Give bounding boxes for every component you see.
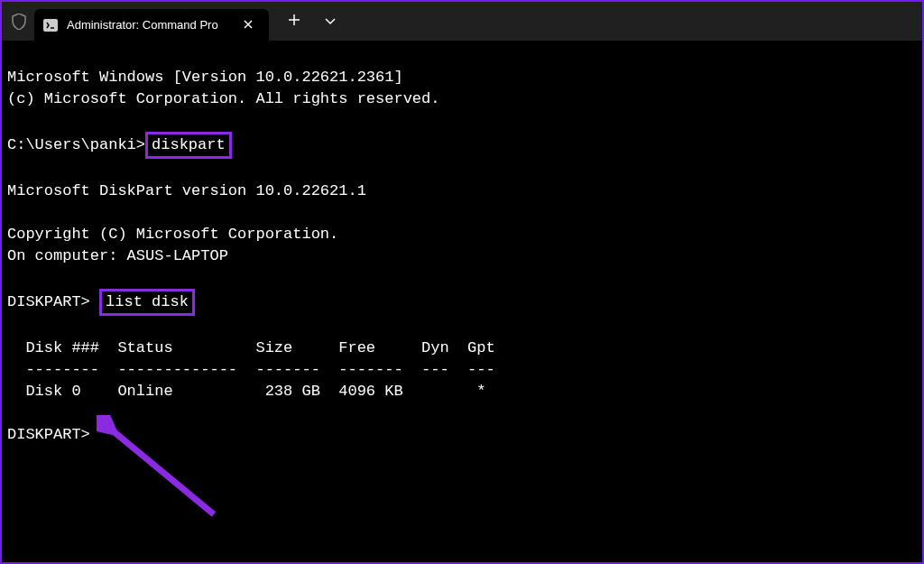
table-row: Disk 0 Online 238 GB 4096 KB *	[7, 383, 486, 400]
title-bar: Administrator: Command Pro	[2, 2, 922, 42]
shield-icon	[11, 14, 27, 30]
prompt-prefix: DISKPART>	[7, 293, 99, 310]
command-highlight: diskpart	[145, 132, 232, 159]
new-tab-button[interactable]	[276, 6, 312, 37]
output-line: (c) Microsoft Corporation. All rights re…	[7, 90, 439, 107]
table-divider: -------- ------------- ------- ------- -…	[7, 361, 495, 378]
output-line: Microsoft DiskPart version 10.0.22621.1	[7, 182, 366, 199]
cmd-icon	[43, 19, 58, 32]
output-line: Microsoft Windows [Version 10.0.22621.23…	[7, 69, 403, 86]
tab-dropdown-button[interactable]	[312, 6, 348, 37]
command-highlight: list disk	[99, 289, 195, 316]
table-header: Disk ### Status Size Free Dyn Gpt	[7, 339, 495, 356]
active-tab[interactable]: Administrator: Command Pro	[34, 9, 269, 42]
prompt-prefix: DISKPART>	[7, 426, 90, 443]
close-tab-icon[interactable]	[238, 14, 258, 36]
prompt-prefix: C:\Users\panki>	[7, 136, 145, 153]
annotation-arrow	[97, 393, 232, 531]
terminal-output[interactable]: Microsoft Windows [Version 10.0.22621.23…	[2, 42, 922, 471]
tab-title: Administrator: Command Pro	[67, 18, 229, 32]
output-line: On computer: ASUS-LAPTOP	[7, 247, 228, 264]
output-line: Copyright (C) Microsoft Corporation.	[7, 226, 338, 243]
svg-line-0	[110, 429, 214, 514]
